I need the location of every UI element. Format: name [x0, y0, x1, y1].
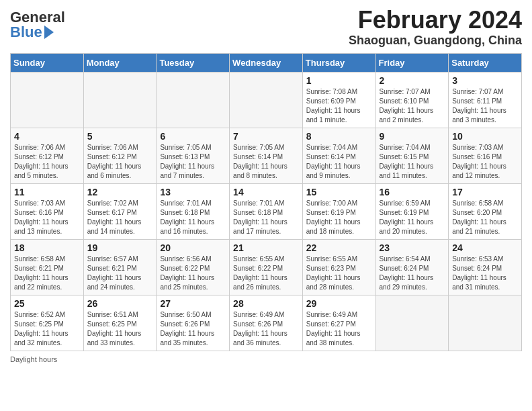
- calendar-cell: 21Sunrise: 6:55 AM Sunset: 6:22 PM Dayli…: [230, 239, 303, 295]
- day-number: 21: [233, 242, 299, 253]
- logo-blue-text: Blue: [10, 25, 54, 40]
- calendar-cell: 13Sunrise: 7:01 AM Sunset: 6:18 PM Dayli…: [157, 183, 230, 239]
- day-info: Sunrise: 6:53 AM Sunset: 6:24 PM Dayligh…: [452, 255, 518, 292]
- day-info: Sunrise: 7:05 AM Sunset: 6:13 PM Dayligh…: [160, 143, 226, 181]
- day-info: Sunrise: 6:50 AM Sunset: 6:26 PM Dayligh…: [160, 310, 226, 348]
- calendar-cell: 9Sunrise: 7:04 AM Sunset: 6:15 PM Daylig…: [375, 128, 449, 183]
- day-info: Sunrise: 6:56 AM Sunset: 6:22 PM Dayligh…: [160, 255, 226, 292]
- calendar-cell: 11Sunrise: 7:03 AM Sunset: 6:16 PM Dayli…: [11, 183, 84, 239]
- calendar-cell: 16Sunrise: 6:59 AM Sunset: 6:19 PM Dayli…: [375, 183, 449, 239]
- calendar-cell: 12Sunrise: 7:02 AM Sunset: 6:17 PM Dayli…: [83, 183, 157, 239]
- day-number: 1: [306, 75, 372, 86]
- col-header-saturday: Saturday: [449, 53, 522, 72]
- header: General Blue February 2024 Shaoguan, Gua…: [10, 7, 522, 48]
- day-info: Sunrise: 6:51 AM Sunset: 6:25 PM Dayligh…: [87, 310, 153, 348]
- day-number: 27: [160, 298, 226, 309]
- day-number: 11: [14, 187, 80, 197]
- day-number: 26: [87, 298, 153, 309]
- month-title: February 2024: [349, 7, 522, 34]
- day-number: 22: [306, 242, 372, 253]
- day-number: 18: [14, 242, 80, 253]
- col-header-tuesday: Tuesday: [157, 53, 230, 72]
- day-number: 4: [14, 131, 80, 142]
- day-number: 6: [160, 131, 226, 142]
- calendar-cell: [11, 72, 84, 128]
- day-info: Sunrise: 6:59 AM Sunset: 6:19 PM Dayligh…: [380, 199, 445, 236]
- calendar-table: SundayMondayTuesdayWednesdayThursdayFrid…: [10, 53, 522, 351]
- day-info: Sunrise: 6:49 AM Sunset: 6:27 PM Dayligh…: [306, 310, 372, 348]
- calendar-cell: 1Sunrise: 7:08 AM Sunset: 6:09 PM Daylig…: [302, 72, 375, 128]
- day-info: Sunrise: 7:07 AM Sunset: 6:10 PM Dayligh…: [380, 87, 445, 125]
- day-number: 14: [233, 187, 299, 197]
- calendar-cell: 5Sunrise: 7:06 AM Sunset: 6:12 PM Daylig…: [83, 128, 157, 183]
- calendar-cell: 14Sunrise: 7:01 AM Sunset: 6:18 PM Dayli…: [230, 183, 303, 239]
- day-info: Sunrise: 6:58 AM Sunset: 6:21 PM Dayligh…: [14, 255, 80, 292]
- day-info: Sunrise: 6:54 AM Sunset: 6:24 PM Dayligh…: [380, 255, 445, 292]
- day-number: 8: [306, 131, 372, 142]
- day-info: Sunrise: 6:57 AM Sunset: 6:21 PM Dayligh…: [87, 255, 153, 292]
- day-info: Sunrise: 7:01 AM Sunset: 6:18 PM Dayligh…: [160, 199, 226, 236]
- calendar-cell: 24Sunrise: 6:53 AM Sunset: 6:24 PM Dayli…: [449, 239, 522, 295]
- col-header-monday: Monday: [83, 53, 157, 72]
- day-info: Sunrise: 6:52 AM Sunset: 6:25 PM Dayligh…: [14, 310, 80, 348]
- calendar-cell: 20Sunrise: 6:56 AM Sunset: 6:22 PM Dayli…: [157, 239, 230, 295]
- col-header-friday: Friday: [375, 53, 449, 72]
- day-number: 15: [306, 187, 372, 197]
- day-number: 12: [87, 187, 153, 197]
- calendar-cell: [83, 72, 157, 128]
- calendar-cell: 22Sunrise: 6:55 AM Sunset: 6:23 PM Dayli…: [302, 239, 375, 295]
- calendar-cell: 2Sunrise: 7:07 AM Sunset: 6:10 PM Daylig…: [375, 72, 449, 128]
- day-number: 24: [452, 242, 518, 253]
- day-info: Sunrise: 6:55 AM Sunset: 6:22 PM Dayligh…: [233, 255, 299, 292]
- calendar-cell: 18Sunrise: 6:58 AM Sunset: 6:21 PM Dayli…: [11, 239, 84, 295]
- day-number: 19: [87, 242, 153, 253]
- week-row-5: 25Sunrise: 6:52 AM Sunset: 6:25 PM Dayli…: [11, 295, 522, 351]
- daylight-label: Daylight hours: [10, 355, 57, 363]
- day-info: Sunrise: 7:01 AM Sunset: 6:18 PM Dayligh…: [233, 199, 299, 236]
- calendar-cell: 28Sunrise: 6:49 AM Sunset: 6:26 PM Dayli…: [230, 295, 303, 351]
- day-info: Sunrise: 7:06 AM Sunset: 6:12 PM Dayligh…: [14, 143, 80, 181]
- day-number: 17: [452, 187, 518, 197]
- day-number: 9: [380, 131, 445, 142]
- day-number: 7: [233, 131, 299, 142]
- day-info: Sunrise: 7:08 AM Sunset: 6:09 PM Dayligh…: [306, 87, 372, 125]
- calendar-cell: 3Sunrise: 7:07 AM Sunset: 6:11 PM Daylig…: [449, 72, 522, 128]
- day-number: 29: [306, 298, 372, 309]
- calendar-cell: 10Sunrise: 7:03 AM Sunset: 6:16 PM Dayli…: [449, 128, 522, 183]
- location-title: Shaoguan, Guangdong, China: [349, 34, 522, 48]
- day-number: 2: [380, 75, 445, 86]
- calendar-cell: 27Sunrise: 6:50 AM Sunset: 6:26 PM Dayli…: [157, 295, 230, 351]
- col-header-sunday: Sunday: [11, 53, 84, 72]
- week-row-1: 1Sunrise: 7:08 AM Sunset: 6:09 PM Daylig…: [11, 72, 522, 128]
- logo-general-text: General: [10, 10, 65, 25]
- calendar-cell: [375, 295, 449, 351]
- day-info: Sunrise: 7:03 AM Sunset: 6:16 PM Dayligh…: [14, 199, 80, 236]
- day-number: 16: [380, 187, 445, 197]
- header-row: SundayMondayTuesdayWednesdayThursdayFrid…: [11, 53, 522, 72]
- week-row-3: 11Sunrise: 7:03 AM Sunset: 6:16 PM Dayli…: [11, 183, 522, 239]
- day-info: Sunrise: 7:00 AM Sunset: 6:19 PM Dayligh…: [306, 199, 372, 236]
- calendar-cell: 4Sunrise: 7:06 AM Sunset: 6:12 PM Daylig…: [11, 128, 84, 183]
- calendar-cell: 15Sunrise: 7:00 AM Sunset: 6:19 PM Dayli…: [302, 183, 375, 239]
- calendar-cell: 7Sunrise: 7:05 AM Sunset: 6:14 PM Daylig…: [230, 128, 303, 183]
- calendar-cell: 25Sunrise: 6:52 AM Sunset: 6:25 PM Dayli…: [11, 295, 84, 351]
- day-number: 5: [87, 131, 153, 142]
- day-number: 3: [452, 75, 518, 86]
- day-number: 20: [160, 242, 226, 253]
- logo: General Blue: [10, 10, 65, 40]
- logo-arrow-icon: [44, 26, 54, 39]
- calendar-cell: 17Sunrise: 6:58 AM Sunset: 6:20 PM Dayli…: [449, 183, 522, 239]
- calendar-cell: 29Sunrise: 6:49 AM Sunset: 6:27 PM Dayli…: [302, 295, 375, 351]
- day-number: 25: [14, 298, 80, 309]
- day-number: 13: [160, 187, 226, 197]
- day-info: Sunrise: 7:06 AM Sunset: 6:12 PM Dayligh…: [87, 143, 153, 181]
- calendar-cell: [230, 72, 303, 128]
- title-area: February 2024 Shaoguan, Guangdong, China: [349, 7, 522, 48]
- calendar-cell: 23Sunrise: 6:54 AM Sunset: 6:24 PM Dayli…: [375, 239, 449, 295]
- calendar-cell: 26Sunrise: 6:51 AM Sunset: 6:25 PM Dayli…: [83, 295, 157, 351]
- week-row-4: 18Sunrise: 6:58 AM Sunset: 6:21 PM Dayli…: [11, 239, 522, 295]
- day-info: Sunrise: 7:05 AM Sunset: 6:14 PM Dayligh…: [233, 143, 299, 181]
- day-number: 28: [233, 298, 299, 309]
- footer: Daylight hours: [10, 355, 522, 363]
- calendar-cell: [449, 295, 522, 351]
